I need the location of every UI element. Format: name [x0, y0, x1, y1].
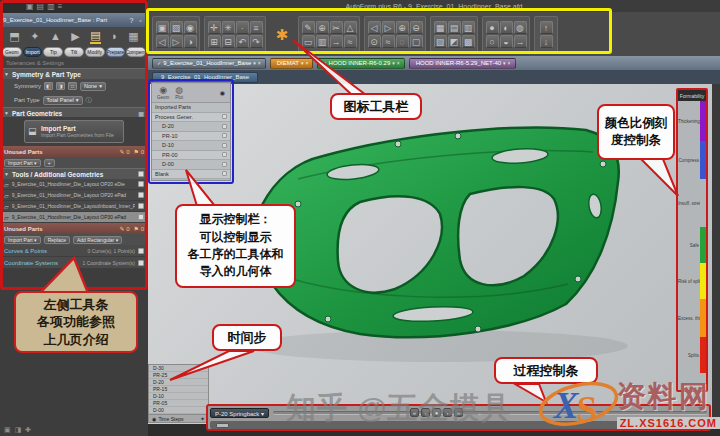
geometry-row[interactable]: ▱ 9_Exercise_01_HoodInner_Die_LayoutInbo…	[0, 201, 148, 212]
toolbar-icon[interactable]: ⊞	[208, 35, 221, 48]
display-row[interactable]: Blank	[152, 170, 230, 180]
shell-icon[interactable]: ◗	[111, 30, 118, 42]
curves-points-row[interactable]: Curves & Points 0 Curve(s), 1 Point(s)	[0, 245, 148, 257]
add-chip[interactable]: +	[44, 159, 55, 167]
geometry-row[interactable]: ▱ 9_Exercise_01_HoodInner_Die_Layout OP2…	[0, 179, 148, 190]
tab-close-icon[interactable]: ×	[258, 60, 261, 66]
toolbar-icon[interactable]: ◍	[514, 21, 527, 34]
display-row-checkbox[interactable]	[222, 171, 227, 176]
flag-badge[interactable]: ⚑ 0	[134, 225, 144, 232]
toolbar-icon[interactable]: ⊟	[222, 35, 235, 48]
coords-checkbox[interactable]	[138, 260, 144, 266]
display-row-checkbox[interactable]	[222, 162, 227, 167]
tab-close-icon[interactable]: ×	[397, 60, 400, 66]
toolbar-icon[interactable]: ↑	[540, 21, 553, 34]
toolbar-icon[interactable]: ≈	[344, 35, 357, 48]
toolbar-icon[interactable]: ↷	[250, 35, 263, 48]
curves-checkbox[interactable]	[138, 248, 144, 254]
status-icon[interactable]: ✚	[25, 426, 31, 434]
geometry-visibility-checkbox[interactable]	[138, 192, 144, 198]
toolbar-icon[interactable]: ≈	[382, 35, 395, 48]
time-step-row[interactable]: D-30	[149, 365, 208, 372]
toolbar-icon[interactable]: △	[344, 21, 357, 34]
toolbar-icon[interactable]: ◁	[156, 35, 169, 48]
part-page-tab[interactable]: Import	[23, 47, 43, 57]
toolbar-icon[interactable]: ●	[486, 21, 499, 34]
process-tab[interactable]: DIEMAT ▾ ×	[270, 58, 314, 69]
toolbar-icon[interactable]: ⊕	[316, 21, 329, 34]
symmetry-dropdown[interactable]: None▾	[80, 82, 106, 91]
toolbar-icon[interactable]: ◉	[184, 21, 197, 34]
toolbar-icon[interactable]: ▭	[302, 35, 315, 48]
symmetry-toggle-right[interactable]: ◨	[56, 82, 65, 90]
radio-icon[interactable]: ◉	[152, 416, 156, 422]
part-page-tab[interactable]: Modify	[85, 47, 105, 57]
toolbar-icon[interactable]: ▩	[462, 35, 475, 48]
display-row[interactable]: PR-10	[152, 132, 230, 142]
toolbar-icon[interactable]: ○	[486, 35, 499, 48]
display-row[interactable]: D-10	[152, 141, 230, 151]
status-icon[interactable]: ◨	[15, 426, 22, 434]
part-page-tab[interactable]: Tip	[43, 47, 63, 57]
display-row[interactable]: D-00	[152, 160, 230, 170]
tab-close-icon[interactable]: ×	[508, 60, 511, 66]
pointer-icon[interactable]: ▶	[71, 30, 79, 43]
tab-close-icon[interactable]: ×	[305, 60, 308, 66]
import-part-chip[interactable]: Import Part ▾	[4, 236, 41, 244]
tab-menu-icon[interactable]: ▾	[301, 60, 304, 66]
plot-display-toggle[interactable]: ◍ Plot	[175, 86, 183, 100]
display-row[interactable]: PR-00	[152, 151, 230, 161]
toolbar-icon[interactable]: ◌	[396, 35, 409, 48]
window-mini-icon[interactable]: ▤	[37, 2, 45, 11]
display-row[interactable]: Process Gener.	[152, 113, 230, 123]
geometry-visibility-checkbox[interactable]	[138, 203, 144, 209]
display-row-checkbox[interactable]	[222, 124, 227, 129]
time-step-row[interactable]: PR-15	[149, 386, 208, 393]
toolbar-icon[interactable]: ▢	[410, 35, 423, 48]
part-book-icon[interactable]: ▤	[90, 29, 100, 44]
time-step-row[interactable]: D-10	[149, 393, 208, 400]
import-part-chip[interactable]: Import Part ▾	[4, 159, 41, 167]
time-step-row[interactable]: PR-25	[149, 372, 208, 379]
toolbar-icon[interactable]: ▷	[170, 35, 183, 48]
view-tab[interactable]: 9_Exercise_01_HoodInner_Base	[152, 72, 258, 83]
toolbar-icon[interactable]: ◐	[500, 21, 513, 34]
tab-menu-icon[interactable]: ▾	[392, 60, 395, 66]
window-mini-icon[interactable]: ▣	[26, 2, 34, 11]
display-row-checkbox[interactable]	[222, 133, 227, 138]
toolbar-icon[interactable]: ◩	[448, 35, 461, 48]
part-page-tab[interactable]: Prepare	[106, 47, 126, 57]
legend-title[interactable]: Formability	[678, 90, 706, 101]
process-step-dropdown[interactable]: P-20 Springback ▾	[210, 408, 269, 418]
toolbar-icon[interactable]: →	[330, 35, 343, 48]
status-icon[interactable]: ▣	[4, 426, 11, 434]
process-tab[interactable]: ✓ HOOD INNER-R6-0.29 ▾ ×	[317, 58, 404, 69]
toolbar-icon[interactable]: ✂	[330, 21, 343, 34]
toolbar-icon[interactable]: ▨	[170, 21, 183, 34]
display-row-checkbox[interactable]	[222, 143, 227, 148]
toolbar-icon[interactable]: ◁	[368, 21, 381, 34]
toolbar-icon[interactable]: ▤	[448, 21, 461, 34]
tolerances-link[interactable]: Tolerances & Settings	[0, 58, 148, 68]
time-step-row[interactable]: D-20	[149, 379, 208, 386]
geometry-row[interactable]: ▱ 9_Exercise_01_HoodInner_Die_Layout OP2…	[0, 190, 148, 201]
toolbar-icon[interactable]: ∙	[236, 21, 249, 34]
window-mini-icon[interactable]: ≡	[58, 2, 63, 11]
section-symmetry[interactable]: ▼Symmetry & Part Type	[0, 68, 148, 79]
edit-badge[interactable]: ✎ 0	[120, 148, 130, 155]
toolbar-icon[interactable]: ↶	[236, 35, 249, 48]
time-step-row[interactable]: D-00	[149, 407, 208, 414]
toolbar-icon[interactable]: ✛	[208, 21, 221, 34]
process-tab[interactable]: HOOD INNER-R6-5.29_NET-40 ▾ ×	[409, 58, 516, 69]
toolbar-icon[interactable]: ▧	[434, 35, 447, 48]
toolbar-icon[interactable]: ▷	[382, 21, 395, 34]
star-icon[interactable]: ✦	[30, 30, 39, 43]
pin-icon[interactable]: ✦	[200, 415, 205, 422]
toolbar-icon[interactable]: ≡	[250, 21, 263, 34]
grid-icon[interactable]: ▦	[128, 30, 138, 43]
toolbar-icon[interactable]: ▣	[156, 21, 169, 34]
toolbar-icon[interactable]: →	[514, 35, 527, 48]
timeline-handle[interactable]	[216, 423, 229, 428]
part-type-dropdown[interactable]: Total Panel▾	[43, 96, 83, 105]
toolbar-icon[interactable]: ▥	[316, 35, 329, 48]
